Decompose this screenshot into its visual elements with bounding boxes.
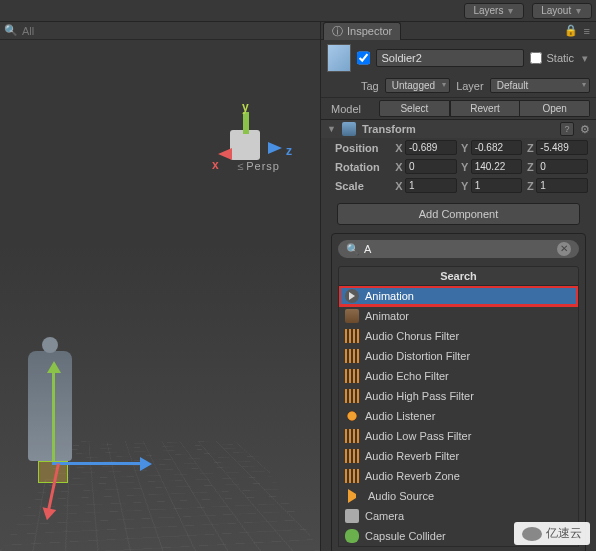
- orientation-gizmo[interactable]: y x z: [200, 100, 290, 190]
- object-name-field[interactable]: [376, 49, 524, 67]
- ic-camera-icon: [345, 509, 359, 523]
- layout-dropdown[interactable]: Layout ▾: [532, 3, 592, 19]
- model-label: Model: [327, 103, 379, 115]
- position-x-field[interactable]: [405, 140, 457, 155]
- add-component-button[interactable]: Add Component: [337, 203, 580, 225]
- foldout-icon[interactable]: ▼: [327, 124, 336, 134]
- component-item-audio-high-pass-filter[interactable]: Audio High Pass Filter: [339, 386, 578, 406]
- axis-x-label: x: [212, 158, 219, 172]
- axis-z-label: z: [286, 144, 292, 158]
- component-item-label: Audio Low Pass Filter: [365, 430, 471, 442]
- watermark: 亿速云: [514, 522, 590, 545]
- component-item-label: Camera: [365, 510, 404, 522]
- ic-audio-listener-icon: [345, 409, 359, 423]
- component-item-audio-distortion-filter[interactable]: Audio Distortion Filter: [339, 346, 578, 366]
- component-item-audio-echo-filter[interactable]: Audio Echo Filter: [339, 366, 578, 386]
- object-icon[interactable]: [327, 44, 351, 72]
- ic-audio-orange-icon: [345, 389, 359, 403]
- component-item-audio-reverb-zone[interactable]: Audio Reverb Zone: [339, 466, 578, 486]
- component-item-label: Audio Chorus Filter: [365, 330, 459, 342]
- component-item-audio-chorus-filter[interactable]: Audio Chorus Filter: [339, 326, 578, 346]
- component-item-audio-listener[interactable]: Audio Listener: [339, 406, 578, 426]
- component-list[interactable]: AnimationAnimatorAudio Chorus FilterAudi…: [338, 286, 579, 547]
- component-item-label: Audio Echo Filter: [365, 370, 449, 382]
- tag-label: Tag: [361, 80, 379, 92]
- component-item-label: Audio Listener: [365, 410, 435, 422]
- scale-x-field[interactable]: [405, 178, 457, 193]
- search-icon: 🔍: [4, 24, 18, 37]
- component-item-animation[interactable]: Animation: [339, 286, 578, 306]
- component-item-label: Animation: [365, 290, 414, 302]
- component-item-label: Capsule Collider: [365, 530, 446, 542]
- object-active-checkbox[interactable]: [357, 51, 370, 65]
- rotation-x-field[interactable]: [405, 159, 457, 174]
- ic-anim-icon: [345, 289, 359, 303]
- clear-search-icon[interactable]: ✕: [557, 242, 571, 256]
- help-icon[interactable]: ?: [560, 122, 574, 136]
- position-y-field[interactable]: [471, 140, 523, 155]
- inspector-tab[interactable]: ⓘ Inspector: [323, 22, 401, 40]
- component-item-label: Audio Reverb Zone: [365, 470, 460, 482]
- ic-audio-orange-icon: [345, 449, 359, 463]
- model-revert-button[interactable]: Revert: [450, 100, 521, 117]
- component-item-label: Audio Reverb Filter: [365, 450, 459, 462]
- static-toggle[interactable]: Static: [530, 52, 574, 64]
- projection-label[interactable]: Persp: [237, 160, 280, 172]
- component-item-audio-reverb-filter[interactable]: Audio Reverb Filter: [339, 446, 578, 466]
- popup-title: Search: [338, 266, 579, 286]
- ic-audio-source-icon: [348, 489, 362, 503]
- rotation-label: Rotation: [335, 161, 393, 173]
- scale-z-field[interactable]: [536, 178, 588, 193]
- layer-label: Layer: [456, 80, 484, 92]
- search-icon: 🔍: [346, 243, 360, 256]
- scale-y-field[interactable]: [471, 178, 523, 193]
- model-select-button[interactable]: Select: [379, 100, 450, 117]
- rotation-y-field[interactable]: [471, 159, 523, 174]
- transform-title: Transform: [362, 123, 554, 135]
- component-item-audio-source[interactable]: Audio Source: [339, 486, 578, 506]
- ic-audio-orange-icon: [345, 369, 359, 383]
- scale-label: Scale: [335, 180, 393, 192]
- transform-header[interactable]: ▼ Transform ? ⚙: [321, 120, 596, 138]
- lock-icon[interactable]: 🔒: [564, 24, 578, 37]
- ic-animator-icon: [345, 309, 359, 323]
- ic-capsule-icon: [345, 529, 359, 543]
- selection-box: [38, 461, 68, 483]
- scene-viewport[interactable]: y x z Persp: [0, 40, 320, 551]
- model-open-button[interactable]: Open: [520, 100, 590, 117]
- ic-audio-orange-icon: [345, 349, 359, 363]
- static-dropdown-arrow[interactable]: ▾: [580, 52, 590, 65]
- position-label: Position: [335, 142, 393, 154]
- gear-icon[interactable]: ⚙: [580, 123, 590, 136]
- component-item-label: Animator: [365, 310, 409, 322]
- component-item-label: Audio Source: [368, 490, 434, 502]
- ic-audio-orange-icon: [345, 329, 359, 343]
- component-search-input[interactable]: [364, 243, 557, 255]
- soldier-mesh[interactable]: [28, 351, 72, 461]
- transform-icon: [342, 122, 356, 136]
- ic-audio-orange-icon: [345, 469, 359, 483]
- hierarchy-search-input[interactable]: [22, 25, 316, 37]
- ic-audio-orange-icon: [345, 429, 359, 443]
- layer-dropdown[interactable]: Default: [490, 78, 590, 93]
- layers-dropdown[interactable]: Layers ▾: [464, 3, 524, 19]
- info-icon: ⓘ: [332, 24, 343, 39]
- watermark-logo-icon: [522, 527, 542, 541]
- tab-menu-icon[interactable]: ≡: [584, 25, 590, 37]
- position-z-field[interactable]: [536, 140, 588, 155]
- tag-dropdown[interactable]: Untagged: [385, 78, 450, 93]
- rotation-z-field[interactable]: [536, 159, 588, 174]
- component-item-audio-low-pass-filter[interactable]: Audio Low Pass Filter: [339, 426, 578, 446]
- component-item-label: Audio Distortion Filter: [365, 350, 470, 362]
- hierarchy-search[interactable]: 🔍: [0, 22, 320, 40]
- component-item-label: Audio High Pass Filter: [365, 390, 474, 402]
- add-component-popup: 🔍 ✕ Search AnimationAnimatorAudio Chorus…: [331, 233, 586, 551]
- component-item-animator[interactable]: Animator: [339, 306, 578, 326]
- axis-y-label: y: [242, 100, 249, 114]
